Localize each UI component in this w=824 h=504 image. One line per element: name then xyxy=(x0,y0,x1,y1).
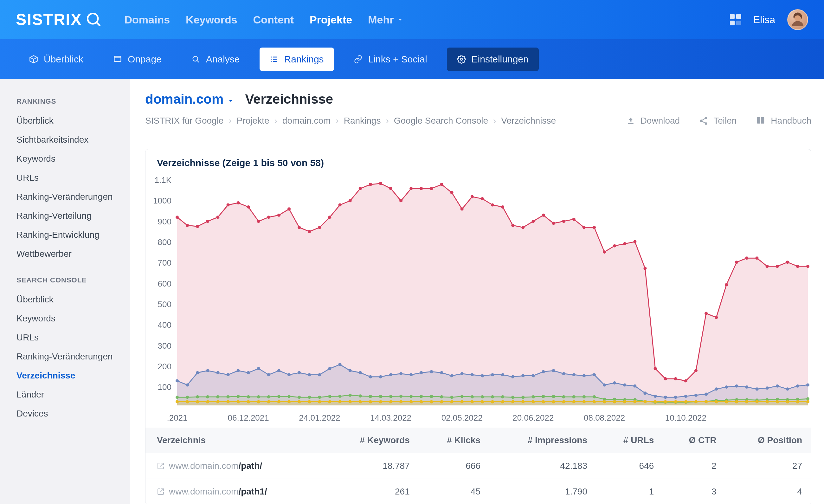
share-button[interactable]: Teilen xyxy=(699,116,736,126)
brand-text: SISTRIX xyxy=(16,10,82,29)
svg-point-126 xyxy=(531,374,535,377)
crumb[interactable]: SISTRIX für Google xyxy=(145,116,223,126)
svg-point-243 xyxy=(440,400,443,403)
svg-point-70 xyxy=(603,250,606,254)
tab-links-social[interactable]: Links + Social xyxy=(343,47,437,71)
sidebar-item-rank-verteil[interactable]: Ranking-Verteilung xyxy=(16,206,130,225)
svg-point-168 xyxy=(318,396,321,399)
crumb[interactable]: domain.com xyxy=(282,116,331,126)
svg-point-52 xyxy=(420,187,423,190)
svg-point-166 xyxy=(298,396,301,399)
row-keywords: 261 xyxy=(325,479,419,504)
svg-point-179 xyxy=(430,395,433,398)
nav-projekte[interactable]: Projekte xyxy=(310,14,352,26)
svg-point-36 xyxy=(257,220,260,223)
sidebar-item-rank-veraend[interactable]: Ranking-Veränderungen xyxy=(16,187,130,206)
svg-text:24.01.2022: 24.01.2022 xyxy=(299,413,340,422)
sidebar-item-wettbewerber[interactable]: Wettbewerber xyxy=(16,244,130,264)
th-impressions[interactable]: # Impressions xyxy=(489,428,596,453)
tab-onpage[interactable]: Onpage xyxy=(103,47,172,71)
svg-point-63 xyxy=(531,220,535,223)
svg-point-68 xyxy=(583,226,586,229)
svg-point-158 xyxy=(216,395,219,398)
svg-point-263 xyxy=(643,400,646,403)
svg-point-60 xyxy=(501,205,504,209)
avatar[interactable] xyxy=(787,9,808,30)
th-ctr[interactable]: Ø CTR xyxy=(663,428,725,453)
sidebar-item-sc-devices[interactable]: Devices xyxy=(16,404,130,423)
th-position[interactable]: Ø Position xyxy=(725,428,811,453)
user-name[interactable]: Elisa xyxy=(753,14,775,26)
svg-point-66 xyxy=(562,220,565,223)
nav-mehr[interactable]: Mehr xyxy=(368,14,404,26)
svg-point-30 xyxy=(196,225,199,228)
nav-keywords[interactable]: Keywords xyxy=(186,14,237,26)
svg-point-232 xyxy=(328,400,331,403)
svg-point-105 xyxy=(318,373,321,376)
tab-ueberblick[interactable]: Überblick xyxy=(19,47,94,71)
sidebar-item-keywords[interactable]: Keywords xyxy=(16,149,130,168)
svg-point-71 xyxy=(613,244,616,247)
svg-point-248 xyxy=(491,400,494,403)
svg-point-106 xyxy=(328,367,331,370)
tab-label: Analyse xyxy=(206,54,240,65)
table: Verzeichnis # Keywords # Klicks # Impres… xyxy=(145,428,811,504)
sidebar-item-urls[interactable]: URLs xyxy=(16,168,130,187)
svg-point-147 xyxy=(745,386,748,389)
th-klicks[interactable]: # Klicks xyxy=(419,428,489,453)
th-verzeichnis[interactable]: Verzeichnis xyxy=(145,428,325,453)
sidebar-item-sichtbarkeit[interactable]: Sichtbarkeitsindex xyxy=(16,130,130,149)
svg-text:300: 300 xyxy=(158,341,172,350)
svg-point-163 xyxy=(267,395,270,398)
svg-point-228 xyxy=(288,400,291,403)
svg-point-181 xyxy=(450,396,453,399)
sidebar-item-sc-ueberblick[interactable]: Überblick xyxy=(16,290,130,309)
svg-point-91 xyxy=(176,380,179,383)
sidebar-item-sc-urls[interactable]: URLs xyxy=(16,328,130,347)
svg-point-145 xyxy=(725,386,728,389)
svg-point-29 xyxy=(186,224,189,227)
sidebar-item-sc-verzeichnisse[interactable]: Verzeichnisse xyxy=(16,366,130,385)
apps-icon[interactable] xyxy=(730,14,741,25)
svg-point-96 xyxy=(226,373,229,376)
th-urls[interactable]: # URLs xyxy=(596,428,663,453)
svg-point-144 xyxy=(715,387,718,391)
crumb[interactable]: Google Search Console xyxy=(394,116,488,126)
crumb[interactable]: Rankings xyxy=(344,116,381,126)
svg-point-31 xyxy=(206,220,209,223)
sidebar-item-rank-entw[interactable]: Ranking-Entwicklung xyxy=(16,225,130,244)
table-row[interactable]: www.domain.com/path/18.78766642.18364622… xyxy=(145,453,811,479)
nav-domains[interactable]: Domains xyxy=(124,14,170,26)
nav-content[interactable]: Content xyxy=(253,14,294,26)
crumb[interactable]: Verzeichnisse xyxy=(501,116,556,126)
sidebar-item-sc-keywords[interactable]: Keywords xyxy=(16,309,130,328)
chart: 1.1K1000900800700600500400300200100.2021… xyxy=(145,174,811,428)
external-link-icon[interactable] xyxy=(157,462,165,470)
svg-point-161 xyxy=(247,395,250,398)
manual-button[interactable]: Handbuch xyxy=(755,116,811,126)
svg-point-140 xyxy=(674,396,677,399)
svg-point-100 xyxy=(267,373,270,376)
tab-rankings[interactable]: Rankings xyxy=(260,47,334,71)
sidebar-item-sc-rank-veraend[interactable]: Ranking-Veränderungen xyxy=(16,347,130,366)
brand-logo[interactable]: SISTRIX xyxy=(16,10,102,29)
svg-point-173 xyxy=(369,395,372,398)
tab-label: Onpage xyxy=(128,54,162,65)
th-keywords[interactable]: # Keywords xyxy=(325,428,419,453)
svg-point-138 xyxy=(654,395,657,398)
crumb[interactable]: Projekte xyxy=(237,116,270,126)
sidebar-item-ueberblick[interactable]: Überblick xyxy=(16,111,130,130)
tab-einstellungen[interactable]: Einstellungen xyxy=(447,47,539,71)
row-path: www.domain.com/path/ xyxy=(169,461,262,471)
book-icon xyxy=(755,116,766,125)
chevron-down-icon xyxy=(397,16,404,23)
download-button[interactable]: Download xyxy=(626,116,680,126)
svg-point-252 xyxy=(531,400,535,403)
domain-selector[interactable]: domain.com xyxy=(145,92,235,107)
table-row[interactable]: www.domain.com/path1/261451.790134 xyxy=(145,479,811,504)
svg-point-192 xyxy=(562,395,565,398)
sidebar-item-sc-laender[interactable]: Länder xyxy=(16,385,130,404)
external-link-icon[interactable] xyxy=(157,488,165,495)
svg-point-153 xyxy=(806,383,809,386)
tab-analyse[interactable]: Analyse xyxy=(181,47,250,71)
